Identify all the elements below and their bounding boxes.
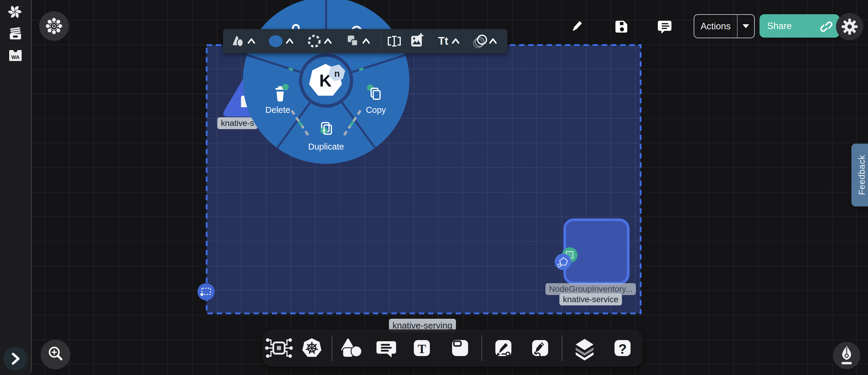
arrange-button[interactable] xyxy=(348,36,369,46)
canvas-app: knative-s NodeGroupInventory... knative-… xyxy=(0,0,868,375)
border-style-button[interactable] xyxy=(309,36,331,46)
wasm-icon[interactable]: WA xyxy=(9,48,22,62)
actions-label: Actions xyxy=(694,21,737,32)
app-logo-icon[interactable] xyxy=(7,4,23,20)
actions-button[interactable]: Actions xyxy=(694,14,755,38)
shape-style-button[interactable] xyxy=(234,37,254,46)
comment-tool-button[interactable] xyxy=(376,341,396,357)
edit-button[interactable] xyxy=(570,19,584,33)
tool-palette: T xyxy=(262,329,643,367)
comment-icon xyxy=(658,21,672,34)
caret-down-icon xyxy=(743,24,749,28)
text-tool-button[interactable]: T xyxy=(414,340,430,356)
expand-sidebar-button[interactable] xyxy=(4,347,27,371)
fill-color-button[interactable] xyxy=(269,35,292,47)
cluster-icon xyxy=(39,11,69,41)
share-button[interactable]: Share xyxy=(760,14,840,38)
ibeam-icon xyxy=(393,36,396,46)
dashed-ring-icon xyxy=(309,36,319,46)
kubernetes-tool-button[interactable] xyxy=(302,338,321,357)
pencil-tool-button[interactable] xyxy=(532,340,548,357)
svg-text:T: T xyxy=(418,342,426,356)
feedback-label: Feedback xyxy=(857,155,867,195)
chevron-up-icon xyxy=(453,39,459,43)
color-swatch xyxy=(269,35,282,47)
save-button[interactable] xyxy=(615,19,629,33)
pen-mode-button[interactable] xyxy=(833,342,860,369)
gear-icon xyxy=(841,19,858,35)
bracket-right-icon xyxy=(398,37,400,45)
pen-nib-icon xyxy=(833,342,860,369)
resize-button[interactable] xyxy=(389,36,400,46)
svg-text:Delete: Delete xyxy=(265,105,290,115)
pen-tool-button[interactable] xyxy=(495,340,512,356)
cluster-view-button[interactable] xyxy=(39,11,69,41)
feedback-tab[interactable]: Feedback xyxy=(851,144,868,206)
link-icon xyxy=(819,20,832,33)
format-toolbar: Tt xyxy=(223,29,507,53)
settings-button[interactable] xyxy=(836,13,863,40)
add-image-button[interactable] xyxy=(411,34,423,46)
svg-text:Duplicate: Duplicate xyxy=(308,142,344,151)
save-icon xyxy=(615,21,627,33)
svg-text:WA: WA xyxy=(11,55,19,60)
shapes-tool-button[interactable] xyxy=(342,339,362,357)
chevron-up-icon xyxy=(325,39,331,43)
svg-text:n: n xyxy=(334,68,340,79)
pencil-icon xyxy=(573,21,582,31)
frame-tool-button[interactable] xyxy=(452,340,468,356)
radial-context-menu[interactable]: Delete Copy Duplicate K n xyxy=(0,0,868,375)
sidebar: WA xyxy=(0,0,32,375)
chevron-up-icon xyxy=(363,39,369,43)
layers-tool-button[interactable] xyxy=(576,339,593,361)
connection-tool-button[interactable] xyxy=(265,338,293,358)
help-tool-button[interactable]: ? xyxy=(615,340,630,356)
text-style-button[interactable]: Tt xyxy=(438,35,459,47)
archive-icon[interactable] xyxy=(9,27,22,40)
share-label: Share xyxy=(767,21,792,31)
chevron-right-icon xyxy=(4,347,27,371)
svg-text:Copy: Copy xyxy=(366,105,386,115)
actions-dropdown[interactable] xyxy=(738,24,754,28)
bracket-left-icon xyxy=(389,37,391,45)
opacity-button[interactable] xyxy=(473,35,496,48)
zoom-in-button[interactable] xyxy=(41,340,70,369)
chevron-up-icon xyxy=(490,39,496,43)
svg-text:Tt: Tt xyxy=(438,35,448,47)
chevron-up-icon xyxy=(287,39,292,43)
chevron-up-icon xyxy=(248,39,254,43)
magnifier-plus-icon xyxy=(41,340,70,369)
comments-button[interactable] xyxy=(658,20,672,34)
svg-text:?: ? xyxy=(618,341,627,356)
